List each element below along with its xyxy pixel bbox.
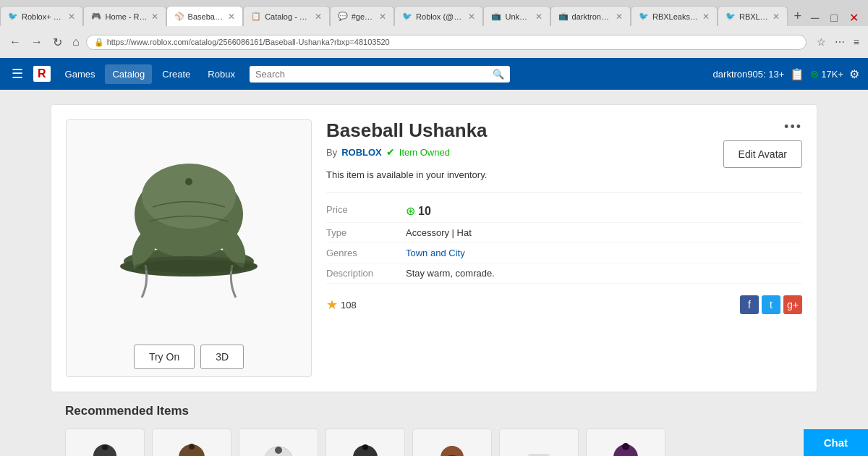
nav-create[interactable]: Create [155,64,197,84]
tab-label-10: RBXLeaks [739,12,769,21]
type-value: Accessory | Hat [406,227,472,238]
nav-username: darktron905: 13+ [713,69,785,80]
social-icons: f t g+ [740,295,802,314]
forward-button[interactable]: → [27,34,46,50]
new-tab-button[interactable]: + [788,6,807,26]
genres-label: Genres [326,248,406,258]
twitter-share-button[interactable]: t [762,295,780,314]
tab-close-5[interactable]: ✕ [379,12,386,22]
tab-darktron[interactable]: 📺 darktron905... ✕ [550,6,631,26]
nav-catalog[interactable]: Catalog [105,64,152,84]
refresh-button[interactable]: ↻ [49,34,66,51]
rec-item-5[interactable] [412,428,492,456]
rating-section: ★ 108 [326,297,357,313]
tab-favicon-8: 📺 [558,12,569,22]
close-button[interactable]: ✕ [846,9,862,26]
tab-general[interactable]: 💬 #general ✕ [330,6,394,26]
tab-unknown[interactable]: 📺 Unknown ✕ [483,6,550,26]
tab-catalog[interactable]: 📋 Catalog - Rob... ✕ [243,6,329,26]
rec-item-6[interactable] [499,428,579,456]
lock-icon: 🔒 [94,38,104,47]
rating-count: 108 [341,300,357,311]
rec-item-1[interactable] [65,428,145,456]
nav-robux-display: ⊛ 17K+ [810,68,843,80]
tab-favicon-7: 📺 [491,12,501,22]
genres-value: Town and City [406,248,465,258]
tab-close-1[interactable]: ✕ [68,12,75,22]
svg-point-19 [441,446,464,456]
tab-roblox-noti[interactable]: 🐦 Roblox+ Noti... ✕ [0,6,83,26]
bookmarks-button[interactable]: ☆ [814,35,829,49]
tab-home[interactable]: 🎮 Home - Robl... ✕ [83,6,166,26]
item-details-table: Price ⊛ 10 Type Accessory | Hat Genres [326,192,802,284]
rec-item-3[interactable] [239,428,318,456]
tab-close-3[interactable]: ✕ [228,12,235,22]
nav-links: Games Catalog Create Robux [58,64,242,84]
facebook-share-button[interactable]: f [740,295,759,314]
price-robux-icon: ⊛ [406,204,415,218]
tab-close-8[interactable]: ✕ [616,12,623,22]
robux-amount: 17K+ [821,69,843,80]
try-on-button[interactable]: Try On [134,345,195,369]
item-image-container: Try On 3D [66,119,312,377]
tab-baseball[interactable]: ⚾ Baseball U... ✕ [166,6,244,26]
tab-close-6[interactable]: ✕ [468,12,475,22]
nav-hamburger-icon[interactable]: ☰ [9,63,26,85]
type-label: Type [326,227,406,238]
nav-notifications-button[interactable]: 📋 [790,67,804,81]
tab-label-1: Roblox+ Noti... [22,12,64,21]
nav-settings-button[interactable]: ⚙ [849,67,859,81]
googleplus-share-button[interactable]: g+ [783,295,802,314]
svg-point-25 [622,443,629,450]
search-input[interactable] [255,69,488,80]
tab-favicon-2: 🎮 [91,12,101,22]
creator-link[interactable]: ROBLOX [341,147,382,158]
nav-games[interactable]: Games [58,64,103,84]
tab-close-2[interactable]: ✕ [151,12,158,22]
maximize-button[interactable]: □ [827,10,841,26]
tab-roblox-twitter[interactable]: 🐦 Roblox (@Rob... ✕ [394,6,483,26]
svg-point-17 [362,444,368,450]
rec-item-7[interactable] [586,428,665,456]
tab-rbxleaks[interactable]: 🐦 RBXLeaks ✕ [718,6,788,26]
price-row: Price ⊛ 10 [326,200,802,223]
tab-favicon-1: 🐦 [8,12,18,22]
rec-item-2[interactable] [152,428,231,456]
recommended-section: Recommended Items [51,392,817,456]
address-bar[interactable]: 🔒 https://www.roblox.com/catalog/2566086… [86,35,807,50]
item-meta: ★ 108 f t g+ [326,290,802,314]
item-hat-image [109,149,268,308]
tab-rbxleaksaut[interactable]: 🐦 RBXLeaksAut... ✕ [631,6,718,26]
tab-label-7: Unknown [505,12,531,21]
minimize-button[interactable]: ─ [807,10,822,26]
search-icon[interactable]: 🔍 [493,69,504,80]
tab-label-6: Roblox (@Rob... [416,12,464,21]
roblox-logo[interactable]: R [33,66,51,82]
tab-favicon-9: 🐦 [639,12,649,22]
recommended-title: Recommended Items [65,404,803,418]
tab-close-9[interactable]: ✕ [702,12,710,22]
edit-avatar-button[interactable]: Edit Avatar [723,140,802,168]
tab-favicon-5: 💬 [338,12,348,22]
extensions-button[interactable]: ⋯ [832,35,848,49]
rec-item-4[interactable] [326,428,405,456]
svg-point-13 [275,447,282,454]
tab-favicon-10: 🐦 [726,12,736,22]
menu-button[interactable]: ≡ [851,35,862,49]
nav-search-bar[interactable]: 🔍 [250,66,510,83]
home-button[interactable]: ⌂ [69,34,83,50]
chat-button[interactable]: Chat [804,429,868,456]
tab-close-10[interactable]: ✕ [773,12,780,22]
creator-prefix: By [326,147,337,158]
more-options-button[interactable]: ••• [784,119,802,135]
tab-close-7[interactable]: ✕ [535,12,542,22]
svg-point-11 [189,444,195,449]
nav-robux[interactable]: Robux [200,64,242,84]
genres-link[interactable]: Town and City [406,248,465,258]
svg-point-2 [142,164,236,229]
genres-row: Genres Town and City [326,243,802,263]
tab-close-4[interactable]: ✕ [315,12,322,22]
recommended-grid [65,428,803,456]
view-3d-button[interactable]: 3D [200,345,244,369]
back-button[interactable]: ← [6,34,25,50]
